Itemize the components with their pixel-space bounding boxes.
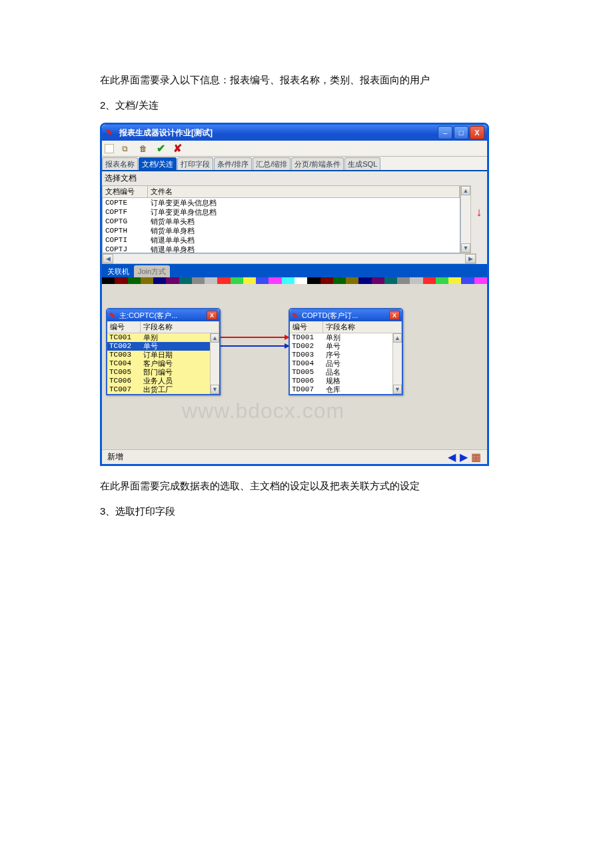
select-file-label: 选择文档 xyxy=(102,171,487,185)
master-table-window[interactable]: ✎主:COPTC(客户...X 编号字段名称 TC001单别 TC002单号 T… xyxy=(106,308,221,395)
master-field-list[interactable]: TC001单别 TC002单号 TC003订单日期 TC004客户编号 TC00… xyxy=(107,333,210,394)
action-icon[interactable]: ▦ xyxy=(470,451,482,463)
minimize-button[interactable]: – xyxy=(438,126,452,139)
list-item: COPTF订单变更单身信息档 xyxy=(103,207,460,217)
subtab-relation[interactable]: 关联机 xyxy=(103,265,133,277)
close-icon[interactable]: X xyxy=(207,311,217,320)
color-swatch[interactable] xyxy=(256,277,269,284)
list-item: COPTE订单变更单头信息档 xyxy=(103,198,460,207)
scroll-up-icon[interactable]: ▲ xyxy=(461,186,470,195)
color-swatch[interactable] xyxy=(102,277,115,284)
cancel-icon[interactable]: ✘ xyxy=(173,142,182,155)
color-swatch[interactable] xyxy=(141,277,153,284)
scroll-right-icon[interactable]: ▶ xyxy=(465,254,476,263)
color-swatch[interactable] xyxy=(474,277,487,284)
color-swatch[interactable] xyxy=(128,277,141,284)
relation-design-area[interactable]: ✎主:COPTC(客户...X 编号字段名称 TC001单别 TC002单号 T… xyxy=(102,284,487,449)
color-swatch[interactable] xyxy=(295,277,307,284)
file-list-vscroll[interactable]: ▲ ▼ xyxy=(460,185,471,253)
col-id[interactable]: 编号 xyxy=(290,321,323,333)
color-swatch[interactable] xyxy=(346,277,358,284)
delete-icon[interactable]: 🗑 xyxy=(139,144,149,153)
col-doc-name[interactable]: 文件名 xyxy=(148,186,460,197)
color-swatch[interactable] xyxy=(333,277,346,284)
maximize-button[interactable]: □ xyxy=(454,126,468,139)
color-swatch[interactable] xyxy=(410,277,422,284)
close-button[interactable]: X xyxy=(470,126,484,139)
detail-field-list[interactable]: TD001单别 TD002单号 TD003序号 TD004品号 TD005品名 … xyxy=(290,333,392,394)
subtab-bar: 关联机 Join方式 xyxy=(102,264,487,277)
scroll-down-icon[interactable]: ▼ xyxy=(461,243,470,253)
para-1: 在此界面需要录入以下信息：报表编号、报表名称，类别、报表面向的用户 xyxy=(100,72,513,88)
copy-icon[interactable]: ⧉ xyxy=(122,144,131,153)
color-swatch[interactable] xyxy=(153,277,166,284)
color-swatch[interactable] xyxy=(231,277,243,284)
color-swatch[interactable] xyxy=(192,277,205,284)
detail-title: COPTD(客户订... xyxy=(302,311,389,321)
table-row: TD002单号 xyxy=(290,342,392,351)
master-title: 主:COPTC(客户... xyxy=(119,311,207,321)
color-swatch[interactable] xyxy=(423,277,436,284)
confirm-icon[interactable]: ✔ xyxy=(157,142,165,155)
color-swatch[interactable] xyxy=(372,277,384,284)
color-swatch[interactable] xyxy=(320,277,333,284)
scroll-up-icon[interactable]: ▲ xyxy=(211,333,219,343)
para-2: 2、文档/关连 xyxy=(100,97,513,113)
tab-report-name[interactable]: 报表名称 xyxy=(102,157,138,170)
col-doc-id[interactable]: 文档编号 xyxy=(103,186,148,197)
tab-page-front-cond[interactable]: 分页/前端条件 xyxy=(291,157,344,170)
new-icon[interactable] xyxy=(105,144,114,153)
tab-doc-relation[interactable]: 文档/关连 xyxy=(139,157,177,170)
scroll-up-icon[interactable]: ▲ xyxy=(393,333,402,343)
close-icon[interactable]: X xyxy=(389,311,400,320)
table-row: TC006业务人员 xyxy=(107,377,210,385)
col-field-name[interactable]: 字段名称 xyxy=(141,321,219,333)
color-swatch[interactable] xyxy=(384,277,397,284)
titlebar[interactable]: ✎ 报表生成器设计作业[测试] – □ X xyxy=(102,125,487,141)
detail-table-window[interactable]: ✎COPTD(客户订...X 编号字段名称 TD001单别 TD002单号 TD… xyxy=(289,308,403,395)
master-vscroll[interactable]: ▲▼ xyxy=(210,333,219,394)
prev-icon[interactable]: ◀ xyxy=(446,451,458,463)
color-swatch[interactable] xyxy=(243,277,256,284)
color-swatch[interactable] xyxy=(307,277,320,284)
subtab-join[interactable]: Join方式 xyxy=(134,265,170,277)
color-swatch[interactable] xyxy=(179,277,192,284)
color-swatch[interactable] xyxy=(448,277,461,284)
file-list-hscroll[interactable]: ◀ ▶ xyxy=(102,253,476,264)
color-swatch[interactable] xyxy=(436,277,448,284)
list-item: COPTH销货单单身档 xyxy=(103,226,460,235)
file-list[interactable]: COPTE订单变更单头信息档 COPTF订单变更单身信息档 COPTG销货单单头… xyxy=(102,198,460,253)
color-bar xyxy=(102,277,487,284)
color-swatch[interactable] xyxy=(269,277,281,284)
col-field-name[interactable]: 字段名称 xyxy=(323,321,402,333)
tab-sql[interactable]: 生成SQL xyxy=(344,157,380,170)
move-down-icon[interactable]: ↓ xyxy=(476,205,482,219)
scroll-down-icon[interactable]: ▼ xyxy=(211,385,219,394)
tab-bar: 报表名称 文档/关连 打印字段 条件/排序 汇总/缩排 分页/前端条件 生成SQ… xyxy=(102,157,487,171)
col-id[interactable]: 编号 xyxy=(107,321,141,333)
color-swatch[interactable] xyxy=(217,277,230,284)
color-swatch[interactable] xyxy=(461,277,474,284)
table-row: TD003序号 xyxy=(290,351,392,359)
tab-condition-sort[interactable]: 条件/排序 xyxy=(214,157,252,170)
table-row: TD005品名 xyxy=(290,368,392,377)
table-row: TC007出货工厂 xyxy=(107,385,210,394)
color-swatch[interactable] xyxy=(115,277,127,284)
scroll-down-icon[interactable]: ▼ xyxy=(393,385,402,394)
next-icon[interactable]: ▶ xyxy=(458,451,470,463)
color-swatch[interactable] xyxy=(282,277,295,284)
color-swatch[interactable] xyxy=(397,277,410,284)
color-swatch[interactable] xyxy=(166,277,179,284)
toolbar: ⧉ 🗑 ✔ ✘ xyxy=(102,141,487,157)
scroll-left-icon[interactable]: ◀ xyxy=(103,254,113,263)
table-row: TC001单别 xyxy=(107,333,210,342)
detail-vscroll[interactable]: ▲▼ xyxy=(392,333,402,394)
color-swatch[interactable] xyxy=(358,277,371,284)
list-item: COPTI销退单单头档 xyxy=(103,235,460,245)
table-row: TD006规格 xyxy=(290,377,392,385)
app-icon: ✎ xyxy=(106,128,115,137)
list-item: COPTJ销退单单身档 xyxy=(103,245,460,253)
color-swatch[interactable] xyxy=(205,277,217,284)
tab-summary[interactable]: 汇总/缩排 xyxy=(253,157,291,170)
tab-print-fields[interactable]: 打印字段 xyxy=(177,157,213,170)
